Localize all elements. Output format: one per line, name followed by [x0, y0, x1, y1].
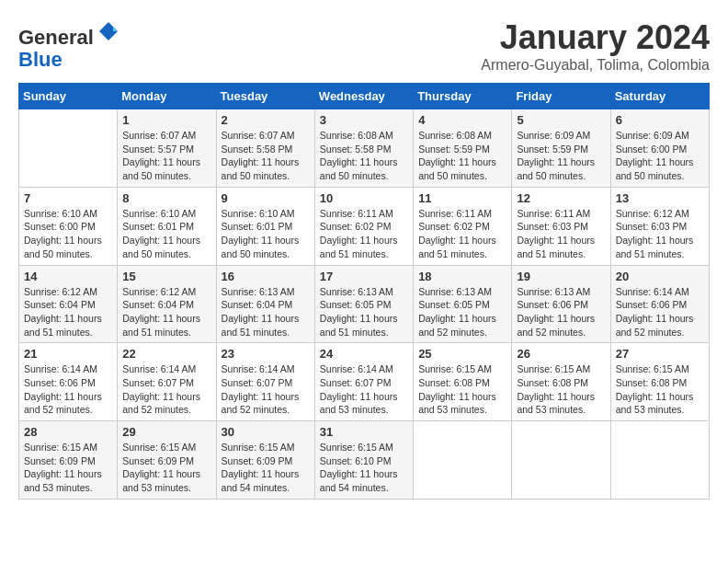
- day-info: Sunrise: 6:15 AMSunset: 6:09 PMDaylight:…: [222, 441, 310, 495]
- day-cell: 14Sunrise: 6:12 AMSunset: 6:04 PMDayligh…: [19, 265, 118, 343]
- week-row-2: 7Sunrise: 6:10 AMSunset: 6:00 PMDaylight…: [19, 187, 710, 265]
- day-header-tuesday: Tuesday: [216, 84, 314, 109]
- day-cell: 26Sunrise: 6:15 AMSunset: 6:08 PMDayligh…: [512, 343, 610, 421]
- day-info: Sunrise: 6:13 AMSunset: 6:05 PMDaylight:…: [418, 285, 506, 339]
- day-cell: 27Sunrise: 6:15 AMSunset: 6:08 PMDayligh…: [610, 343, 709, 421]
- day-cell: 28Sunrise: 6:15 AMSunset: 6:09 PMDayligh…: [19, 421, 118, 500]
- day-info: Sunrise: 6:12 AMSunset: 6:04 PMDaylight:…: [122, 285, 210, 339]
- day-cell: 9Sunrise: 6:10 AMSunset: 6:01 PMDaylight…: [216, 187, 314, 265]
- day-info: Sunrise: 6:15 AMSunset: 6:08 PMDaylight:…: [616, 362, 704, 417]
- day-cell: 15Sunrise: 6:12 AMSunset: 6:04 PMDayligh…: [118, 265, 216, 343]
- day-info: Sunrise: 6:10 AMSunset: 6:01 PMDaylight:…: [122, 207, 210, 261]
- day-cell: 20Sunrise: 6:14 AMSunset: 6:06 PMDayligh…: [610, 265, 709, 343]
- day-number: 10: [320, 191, 408, 205]
- day-number: 15: [122, 270, 210, 283]
- day-cell: 22Sunrise: 6:14 AMSunset: 6:07 PMDayligh…: [118, 343, 216, 421]
- day-cell: 6Sunrise: 6:09 AMSunset: 6:00 PMDaylight…: [610, 109, 709, 188]
- day-info: Sunrise: 6:14 AMSunset: 6:07 PMDaylight:…: [122, 362, 210, 417]
- day-number: 12: [517, 191, 605, 205]
- header-row: SundayMondayTuesdayWednesdayThursdayFrid…: [19, 84, 710, 109]
- day-cell: 31Sunrise: 6:15 AMSunset: 6:10 PMDayligh…: [314, 421, 413, 500]
- day-number: 8: [122, 191, 210, 205]
- day-info: Sunrise: 6:09 AMSunset: 5:59 PMDaylight:…: [517, 129, 605, 183]
- logo-general: General: [18, 26, 94, 49]
- calendar-table: SundayMondayTuesdayWednesdayThursdayFrid…: [18, 83, 710, 500]
- day-info: Sunrise: 6:14 AMSunset: 6:06 PMDaylight:…: [616, 285, 704, 339]
- day-number: 20: [616, 270, 704, 283]
- day-info: Sunrise: 6:08 AMSunset: 5:58 PMDaylight:…: [320, 129, 408, 183]
- day-number: 28: [24, 425, 112, 439]
- day-number: 18: [418, 270, 506, 283]
- day-number: 3: [320, 113, 408, 127]
- day-info: Sunrise: 6:10 AMSunset: 6:01 PMDaylight:…: [222, 207, 310, 261]
- day-cell: 16Sunrise: 6:13 AMSunset: 6:04 PMDayligh…: [216, 265, 314, 343]
- logo: General Blue: [18, 18, 121, 71]
- day-cell: 18Sunrise: 6:13 AMSunset: 6:05 PMDayligh…: [414, 265, 512, 343]
- day-number: 14: [24, 270, 112, 283]
- day-cell: 19Sunrise: 6:13 AMSunset: 6:06 PMDayligh…: [512, 265, 610, 343]
- day-number: 17: [320, 270, 408, 283]
- day-info: Sunrise: 6:13 AMSunset: 6:06 PMDaylight:…: [517, 285, 605, 339]
- day-info: Sunrise: 6:14 AMSunset: 6:06 PMDaylight:…: [24, 362, 112, 417]
- day-number: 4: [418, 113, 506, 127]
- day-number: 6: [616, 113, 704, 127]
- day-info: Sunrise: 6:15 AMSunset: 6:08 PMDaylight:…: [517, 362, 605, 417]
- day-number: 25: [418, 347, 506, 361]
- day-info: Sunrise: 6:14 AMSunset: 6:07 PMDaylight:…: [320, 362, 408, 417]
- day-cell: 11Sunrise: 6:11 AMSunset: 6:02 PMDayligh…: [414, 187, 512, 265]
- day-cell: 29Sunrise: 6:15 AMSunset: 6:09 PMDayligh…: [118, 421, 216, 500]
- day-cell: 4Sunrise: 6:08 AMSunset: 5:59 PMDaylight…: [414, 109, 512, 188]
- day-number: 26: [517, 347, 605, 361]
- day-cell: 8Sunrise: 6:10 AMSunset: 6:01 PMDaylight…: [118, 187, 216, 265]
- day-info: Sunrise: 6:15 AMSunset: 6:09 PMDaylight:…: [24, 441, 112, 495]
- week-row-1: 1Sunrise: 6:07 AMSunset: 5:57 PMDaylight…: [19, 109, 710, 188]
- day-number: 1: [122, 113, 210, 127]
- day-number: 16: [222, 270, 310, 283]
- day-info: Sunrise: 6:07 AMSunset: 5:58 PMDaylight:…: [222, 129, 310, 183]
- day-info: Sunrise: 6:11 AMSunset: 6:02 PMDaylight:…: [418, 207, 506, 261]
- day-cell: 3Sunrise: 6:08 AMSunset: 5:58 PMDaylight…: [314, 109, 413, 188]
- day-cell: 21Sunrise: 6:14 AMSunset: 6:06 PMDayligh…: [19, 343, 118, 421]
- day-info: Sunrise: 6:15 AMSunset: 6:09 PMDaylight:…: [122, 441, 210, 495]
- day-header-sunday: Sunday: [19, 84, 118, 109]
- day-info: Sunrise: 6:11 AMSunset: 6:02 PMDaylight:…: [320, 207, 408, 261]
- week-row-4: 21Sunrise: 6:14 AMSunset: 6:06 PMDayligh…: [19, 343, 710, 421]
- day-number: 19: [517, 270, 605, 283]
- logo-icon: [96, 18, 121, 44]
- day-header-monday: Monday: [118, 84, 216, 109]
- day-info: Sunrise: 6:12 AMSunset: 6:04 PMDaylight:…: [24, 285, 112, 339]
- day-info: Sunrise: 6:12 AMSunset: 6:03 PMDaylight:…: [616, 207, 704, 261]
- day-number: 22: [122, 347, 210, 361]
- day-number: 30: [222, 425, 310, 439]
- day-cell: 30Sunrise: 6:15 AMSunset: 6:09 PMDayligh…: [216, 421, 314, 500]
- page-header: General Blue January 2024 Armero-Guyabal…: [18, 18, 710, 74]
- day-header-wednesday: Wednesday: [314, 84, 413, 109]
- day-number: 2: [222, 113, 310, 127]
- day-number: 31: [320, 425, 408, 439]
- day-info: Sunrise: 6:15 AMSunset: 6:08 PMDaylight:…: [418, 362, 506, 417]
- day-cell: 10Sunrise: 6:11 AMSunset: 6:02 PMDayligh…: [314, 187, 413, 265]
- day-cell: 7Sunrise: 6:10 AMSunset: 6:00 PMDaylight…: [19, 187, 118, 265]
- day-number: 9: [222, 191, 310, 205]
- day-cell: [19, 109, 118, 188]
- week-row-3: 14Sunrise: 6:12 AMSunset: 6:04 PMDayligh…: [19, 265, 710, 343]
- day-number: 21: [24, 347, 112, 361]
- day-number: 7: [24, 191, 112, 205]
- day-header-saturday: Saturday: [610, 84, 709, 109]
- day-header-friday: Friday: [512, 84, 610, 109]
- day-info: Sunrise: 6:07 AMSunset: 5:57 PMDaylight:…: [122, 129, 210, 183]
- day-info: Sunrise: 6:09 AMSunset: 6:00 PMDaylight:…: [616, 129, 704, 183]
- logo-blue: Blue: [18, 48, 63, 71]
- day-info: Sunrise: 6:08 AMSunset: 5:59 PMDaylight:…: [418, 129, 506, 183]
- day-info: Sunrise: 6:13 AMSunset: 6:05 PMDaylight:…: [320, 285, 408, 339]
- day-info: Sunrise: 6:15 AMSunset: 6:10 PMDaylight:…: [320, 441, 408, 495]
- title-block: January 2024 Armero-Guyabal, Tolima, Col…: [481, 18, 710, 74]
- day-cell: 5Sunrise: 6:09 AMSunset: 5:59 PMDaylight…: [512, 109, 610, 188]
- day-cell: [414, 421, 512, 500]
- day-info: Sunrise: 6:11 AMSunset: 6:03 PMDaylight:…: [517, 207, 605, 261]
- day-cell: 17Sunrise: 6:13 AMSunset: 6:05 PMDayligh…: [314, 265, 413, 343]
- day-cell: [610, 421, 709, 500]
- day-cell: 12Sunrise: 6:11 AMSunset: 6:03 PMDayligh…: [512, 187, 610, 265]
- week-row-5: 28Sunrise: 6:15 AMSunset: 6:09 PMDayligh…: [19, 421, 710, 500]
- day-cell: 2Sunrise: 6:07 AMSunset: 5:58 PMDaylight…: [216, 109, 314, 188]
